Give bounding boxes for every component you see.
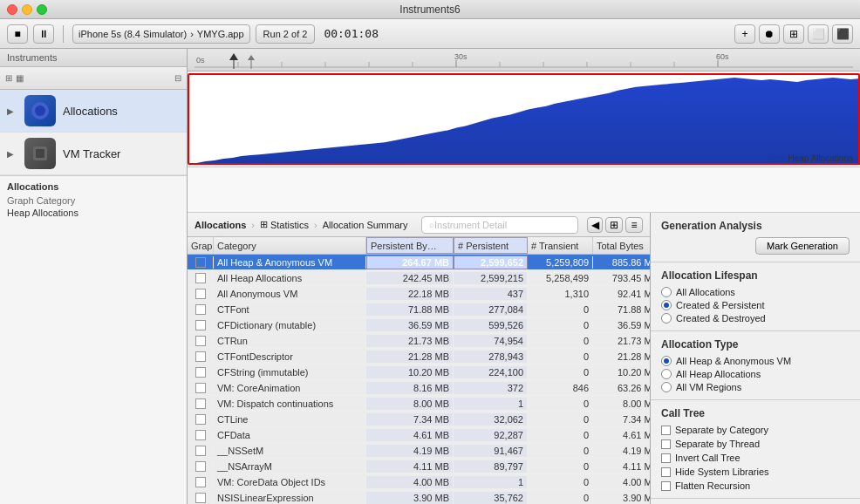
table-row[interactable]: CTFont 71.88 MB 277,084 0 71.88 MB 277,0… [188,302,650,317]
th-category[interactable]: Category [214,237,366,254]
table-row[interactable]: CFData 4.61 MB 92,287 0 4.61 MB 92,287 [188,427,650,443]
td-total-bytes: 4.19 MB [593,445,650,457]
ct-option-2[interactable]: Invert Call Tree [661,453,850,463]
td-category: CTFont [214,303,366,316]
th-transient[interactable]: # Transient [528,237,593,254]
list-view-button[interactable]: ≡ [625,217,643,233]
table-row[interactable]: All Heap Allocations 242.45 MB 2,599,215… [188,270,650,286]
td-transient: 5,258,499 [528,272,593,284]
td-total-bytes: 71.88 MB [593,303,650,316]
call-tree-section: Call Tree Separate by Category Separate … [651,400,860,499]
ct-option-4[interactable]: Flatten Recursion [661,480,850,491]
row-checkbox[interactable] [195,414,206,425]
timeline-controls: ⊞ ▦ ⊟ [0,67,187,90]
grid-view-button[interactable]: ⊞ [605,217,623,233]
td-num-persistent: 599,526 [454,319,528,331]
table-row[interactable]: NSISLinearExpression 3.90 MB 35,762 0 3.… [188,490,650,504]
row-checkbox[interactable] [195,383,206,393]
td-transient: 0 [528,429,593,441]
row-checkbox[interactable] [195,336,206,346]
td-category: CTFontDescriptor [214,351,366,363]
layout-btn-1[interactable]: ⊞ [783,24,804,44]
stop-button[interactable]: ■ [7,24,28,44]
type-option-1[interactable]: All Heap Allocations [661,369,850,379]
ct-option-3[interactable]: Hide System Libraries [661,467,850,477]
sidebar-item-vmtracker[interactable]: ▶ VM Tracker [0,133,187,175]
allocations-table-title: Allocations [195,220,246,230]
sidebar-item-allocations[interactable]: ▶ Allocations [0,90,187,133]
row-checkbox[interactable] [195,493,206,503]
row-checkbox[interactable] [195,477,206,487]
layout-btn-3[interactable]: ⬛ [832,24,853,44]
row-checkbox[interactable] [195,446,206,456]
th-graph[interactable]: Graph [188,237,214,254]
generation-analysis-section: Generation Analysis Mark Generation [651,213,860,262]
statistics-tab[interactable]: ⊞ Statistics [260,219,309,230]
close-button[interactable] [7,4,17,15]
lifespan-option-2[interactable]: Created & Destroyed [661,313,850,324]
graph-category-label: Graph Category [7,195,180,206]
ct-checkbox-4 [661,481,671,491]
row-checkbox[interactable] [195,304,206,315]
lifespan-option-0[interactable]: All Allocations [661,287,850,297]
minimize-button[interactable] [22,4,32,15]
td-persistent-by: 71.88 MB [366,303,454,316]
layout-btn-2[interactable]: ⬜ [808,24,829,44]
row-checkbox[interactable] [195,367,206,378]
row-checkbox[interactable] [195,257,206,268]
add-instrument-button[interactable]: + [734,24,755,44]
td-persistent-by: 4.00 MB [366,476,454,488]
ct-option-0[interactable]: Separate by Category [661,425,850,435]
run-selector[interactable]: Run 2 of 2 [256,24,316,44]
td-persistent-by: 22.18 MB [366,288,454,300]
td-category: VM: Dispatch continuations [214,398,366,410]
app-label: YMYG.app [197,29,244,39]
row-checkbox[interactable] [195,430,206,440]
row-checkbox[interactable] [195,320,206,330]
row-checkbox[interactable] [195,461,206,472]
device-selector[interactable]: iPhone 5s (8.4 Simulator) › YMYG.app [72,24,250,44]
table-row[interactable]: All Heap & Anonymous VM 264.67 MB 2,599,… [188,255,650,270]
table-row[interactable]: CFDictionary (mutable) 36.59 MB 599,526 … [188,317,650,333]
ct-option-1[interactable]: Separate by Thread [661,439,850,449]
table-row[interactable]: CTLine 7.34 MB 32,062 0 7.34 MB 32,062 [188,412,650,427]
svg-marker-20 [229,53,238,60]
td-total-bytes: 4.11 MB [593,460,650,473]
zoom-button[interactable] [37,4,47,15]
table-row[interactable]: __NSSetM 4.19 MB 91,467 0 4.19 MB 91,467 [188,443,650,459]
table-row[interactable]: __NSArrayM 4.11 MB 89,797 0 4.11 MB 89,7… [188,459,650,474]
svg-marker-24 [188,78,860,165]
table-row[interactable]: CFString (immutable) 10.20 MB 224,100 0 … [188,364,650,380]
mark-generation-button[interactable]: Mark Generation [755,237,850,255]
th-persistent-by[interactable]: Persistent By… [366,237,454,254]
graph-labels-area: Allocations Graph Category Heap Allocati… [0,175,187,504]
vm-chart [188,167,860,213]
th-num-persistent[interactable]: # Persistent [454,237,528,254]
row-checkbox[interactable] [195,398,206,409]
td-graph [188,460,214,473]
table-row[interactable]: VM: CoreAnimation 8.16 MB 372 846 63.26 … [188,380,650,396]
allocation-lifespan-title: Allocation Lifespan [661,269,850,282]
back-button[interactable]: ◀ [587,217,603,233]
row-checkbox[interactable] [195,289,206,299]
type-option-2[interactable]: All VM Regions [661,382,850,392]
td-num-persistent: 32,062 [454,413,528,426]
separator [63,25,64,43]
table-row[interactable]: All Anonymous VM 22.18 MB 437 1,310 92.4… [188,286,650,302]
type-option-0[interactable]: All Heap & Anonymous VM [661,356,850,366]
table-row[interactable]: CTRun 21.73 MB 74,954 0 21.73 MB 74,954 [188,333,650,349]
table-row[interactable]: CTFontDescriptor 21.28 MB 278,943 0 21.2… [188,349,650,364]
lifespan-option-1[interactable]: Created & Persistent [661,300,850,310]
td-category: CFDictionary (mutable) [214,319,366,331]
th-total-bytes[interactable]: Total Bytes [593,237,651,254]
table-row[interactable]: VM: Dispatch continuations 8.00 MB 1 0 8… [188,396,650,412]
row-checkbox[interactable] [195,273,206,283]
td-total-bytes: 21.28 MB [593,351,650,363]
instrument-detail-search[interactable]: ⌕ Instrument Detail [421,216,578,234]
breadcrumb-sep1: › [251,220,255,230]
table-row[interactable]: VM: CoreData Object IDs 4.00 MB 1 0 4.00… [188,474,650,490]
table-body[interactable]: All Heap & Anonymous VM 264.67 MB 2,599,… [188,255,650,504]
pause-button[interactable]: ⏸ [33,24,54,44]
row-checkbox[interactable] [195,351,206,362]
record-button[interactable]: ⏺ [759,24,780,44]
